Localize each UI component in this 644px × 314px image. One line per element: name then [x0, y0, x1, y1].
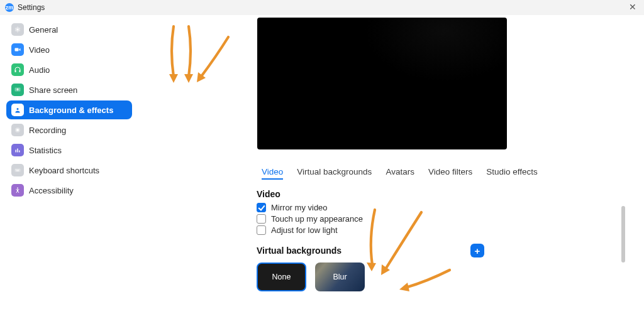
checkbox-icon [257, 203, 266, 212]
tab-avatars[interactable]: Avatars [386, 167, 414, 180]
option-label: Mirror my video [271, 203, 328, 212]
tab-studio-effects[interactable]: Studio effects [486, 167, 538, 180]
option-low-light[interactable]: Adjust for low light [257, 225, 629, 235]
video-preview [257, 18, 507, 149]
option-label: Adjust for low light [271, 225, 338, 235]
vb-thumb-blur[interactable]: Blur [315, 263, 365, 291]
scrollbar-thumb[interactable] [621, 206, 625, 263]
tab-video[interactable]: Video [262, 167, 283, 180]
vb-thumb-none[interactable]: None [257, 263, 306, 291]
option-mirror-video[interactable]: Mirror my video [257, 203, 629, 212]
window-title: Settings [18, 3, 45, 12]
option-touch-up[interactable]: Touch up my appearance [257, 214, 629, 224]
add-background-button[interactable]: + [470, 244, 484, 257]
effects-tabs: Video Virtual backgrounds Avatars Video … [255, 167, 629, 183]
app-logo: zm [5, 3, 14, 12]
option-label: Touch up my appearance [271, 214, 363, 224]
tab-virtual-backgrounds[interactable]: Virtual backgrounds [297, 167, 372, 180]
settings-content: Video Virtual backgrounds Avatars Video … [9, 15, 644, 314]
window-titlebar: zm Settings ✕ [0, 0, 644, 15]
vb-section-heading: Virtual backgrounds [257, 246, 341, 256]
checkbox-icon [257, 225, 266, 235]
close-icon[interactable]: ✕ [629, 2, 636, 12]
checkbox-icon [257, 214, 266, 224]
background-thumbnails: None Blur [257, 263, 629, 291]
tab-video-filters[interactable]: Video filters [428, 167, 472, 180]
video-section-heading: Video [257, 189, 629, 199]
